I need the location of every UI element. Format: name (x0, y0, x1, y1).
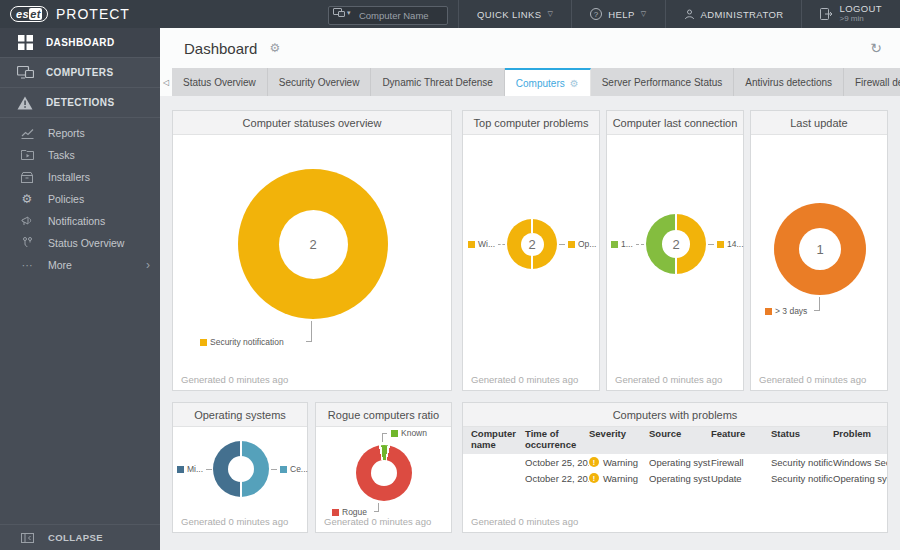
tab-server-performance-status[interactable]: Server Performance Status (591, 68, 735, 96)
logout-button[interactable]: LOGOUT >9 min (801, 0, 900, 28)
panel-title: Computers with problems (463, 403, 887, 427)
legend-swatch (332, 509, 339, 516)
tasks-icon (18, 150, 36, 161)
collapse-button[interactable]: COLLAPSE (0, 524, 160, 550)
tab-firewall-detections[interactable]: Firewall detections (844, 68, 900, 96)
dashboard-settings-gear-icon[interactable]: ⚙ (269, 41, 280, 55)
chevron-down-icon: ▽ (641, 10, 647, 18)
help-icon: ? (590, 8, 602, 20)
panel-title: Operating systems (173, 403, 307, 427)
sidebar-item-label: Notifications (48, 215, 105, 227)
topbar: eset PROTECT ▾ QUICK LINKS ▽ ? HELP ▽ (0, 0, 900, 28)
donut-center-value: 2 (309, 237, 316, 252)
help-label: HELP (608, 9, 634, 20)
panel-title: Top computer problems (463, 111, 599, 135)
computer-search: ▾ (328, 5, 448, 24)
refresh-icon[interactable]: ↻ (870, 40, 882, 56)
sidebar-item-more[interactable]: ⋯ More › (0, 254, 160, 276)
sidebar-item-policies[interactable]: ⚙ Policies (0, 188, 160, 210)
donut-chart[interactable]: 2 (238, 169, 388, 319)
user-label: ADMINISTRATOR (701, 9, 784, 20)
dashboard-grid-icon (16, 35, 34, 50)
col-computer-name: Computer name (471, 429, 525, 451)
generated-timestamp: Generated 0 minutes ago (471, 374, 578, 385)
col-time-of-occurrence: Time of occurrence (525, 429, 589, 451)
panel-rogue-computers-ratio: Rogue computers ratio Known Rogue Genera… (315, 402, 452, 533)
sidebar-item-label: Reports (48, 127, 85, 139)
sidebar-item-label: Tasks (48, 149, 75, 161)
panel-last-update: Last update 1 > 3 days Generated 0 minut… (750, 110, 888, 391)
table-row[interactable]: October 25, 20... !Warning Operating sys… (463, 454, 887, 470)
donut-chart[interactable]: 2 (646, 214, 706, 274)
tabs-scroll-left-icon[interactable]: ◁ (160, 68, 172, 96)
legend-swatch (200, 339, 207, 346)
search-type-caret-icon[interactable]: ▾ (347, 9, 351, 17)
tab-antivirus-detections[interactable]: Antivirus detections (734, 68, 844, 96)
sidebar-item-label: DASHBOARD (46, 37, 115, 48)
page-title: Dashboard (184, 40, 257, 57)
donut-chart[interactable] (356, 445, 412, 501)
col-problem: Problem (833, 429, 887, 440)
legend-right: 14... (708, 239, 741, 249)
col-status: Status (771, 429, 833, 440)
legend-known: Known (391, 428, 427, 438)
sidebar-item-installers[interactable]: Installers (0, 166, 160, 188)
panel-computer-statuses-overview: Computer statuses overview 2 Security no… (172, 110, 452, 391)
legend-swatch (468, 241, 475, 248)
reports-chart-icon (18, 128, 36, 139)
legend-swatch (391, 430, 398, 437)
sidebar-item-label: DETECTIONS (46, 97, 114, 108)
table-header: Computer name Time of occurrence Severit… (463, 427, 887, 454)
chevron-right-icon: › (146, 258, 150, 272)
sidebar-item-status-overview[interactable]: Status Overview (0, 232, 160, 254)
installer-box-icon (18, 172, 36, 183)
logout-timer: >9 min (839, 15, 882, 24)
help-menu[interactable]: ? HELP ▽ (571, 0, 664, 28)
sidebar-item-computers[interactable]: COMPUTERS (0, 58, 160, 88)
label-connector (382, 433, 387, 442)
panel-computer-last-connection: Computer last connection 2 1... 14... Ge… (606, 110, 744, 391)
computers-icon (16, 66, 34, 80)
donut-center-value: 1 (816, 242, 823, 257)
megaphone-icon (18, 215, 36, 227)
col-source: Source (649, 429, 711, 440)
quick-links-menu[interactable]: QUICK LINKS ▽ (458, 0, 571, 28)
user-icon (684, 9, 695, 20)
logo-es-text: es (16, 8, 29, 20)
donut-chart[interactable]: 1 (774, 203, 866, 295)
user-menu[interactable]: ADMINISTRATOR (665, 0, 802, 28)
table-row[interactable]: October 22, 20... !Warning Operating sys… (463, 470, 887, 486)
legend-swatch (177, 466, 184, 473)
generated-timestamp: Generated 0 minutes ago (324, 516, 431, 527)
tab-status-overview[interactable]: Status Overview (172, 68, 268, 96)
legend-3-days: > 3 days (765, 306, 807, 316)
tab-dynamic-threat-defense[interactable]: Dynamic Threat Defense (371, 68, 504, 96)
sidebar-item-reports[interactable]: Reports (0, 122, 160, 144)
generated-timestamp: Generated 0 minutes ago (181, 374, 288, 385)
col-feature: Feature (711, 429, 771, 440)
quick-links-label: QUICK LINKS (477, 9, 542, 20)
logout-icon (820, 8, 833, 20)
sidebar-item-label: Installers (48, 171, 90, 183)
eset-logo: eset (10, 6, 48, 22)
legend-swatch (280, 466, 287, 473)
sidebar-item-detections[interactable]: DETECTIONS (0, 88, 160, 118)
donut-chart[interactable] (213, 441, 269, 497)
legend-left: Wi... (468, 239, 505, 249)
donut-center-value: 2 (528, 237, 535, 252)
tab-computers[interactable]: Computers⚙ (505, 68, 591, 96)
label-connector (306, 321, 312, 342)
chevron-down-icon: ▽ (548, 10, 554, 18)
tab-gear-icon[interactable]: ⚙ (570, 78, 579, 89)
sidebar-item-tasks[interactable]: Tasks (0, 144, 160, 166)
panel-title: Rogue computers ratio (316, 403, 451, 427)
donut-chart[interactable]: 2 (507, 219, 557, 269)
legend-left: Mi... (177, 464, 211, 474)
legend-swatch (568, 241, 575, 248)
tab-security-overview[interactable]: Security Overview (268, 68, 372, 96)
panel-title: Computer statuses overview (173, 111, 451, 135)
panel-operating-systems: Operating systems Mi... Ce... Generated … (172, 402, 308, 533)
sidebar: DASHBOARD COMPUTERS DETECTIONS Reports (0, 28, 160, 550)
sidebar-item-notifications[interactable]: Notifications (0, 210, 160, 232)
sidebar-item-dashboard[interactable]: DASHBOARD (0, 28, 160, 58)
